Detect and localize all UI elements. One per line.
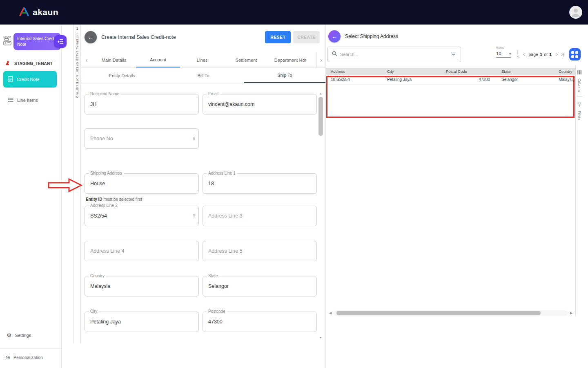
brand-logo[interactable]: akaun	[19, 7, 58, 18]
phone-no-field[interactable]: Phone No ⠿	[85, 128, 199, 149]
column-header-postal-code[interactable]: Postal Code	[441, 69, 497, 74]
modal-back-button[interactable]: ←	[328, 30, 341, 43]
sidebar-item-settings[interactable]: ⚙ Settings	[7, 332, 31, 339]
address-line-3-placeholder: Address Line 3	[208, 213, 242, 219]
address-line-5-field[interactable]: Address Line 5	[203, 241, 317, 261]
form-vertical-scrollbar[interactable]: ▲ ▼	[318, 92, 323, 339]
prev-page-button[interactable]: <	[523, 52, 525, 57]
shipping-address-field[interactable]: Shipping Address House	[85, 173, 199, 194]
next-page-button[interactable]: >	[555, 52, 557, 57]
subtab-entity-details[interactable]: Entity Details	[81, 68, 163, 83]
email-field[interactable]: Email vincent@akaun.com	[203, 94, 317, 114]
back-button[interactable]: ←	[85, 31, 97, 43]
sidebar-item-credit-note[interactable]: Credit Note	[3, 71, 57, 88]
columns-icon[interactable]	[577, 69, 581, 76]
address-line-4-field[interactable]: Address Line 4	[85, 241, 199, 261]
sidebar-item-personalization[interactable]: Personalization	[5, 354, 43, 361]
reset-button[interactable]: RESET	[265, 31, 291, 43]
address-line-5-placeholder: Address Line 5	[208, 248, 242, 254]
scroll-left-icon[interactable]: ◀	[327, 311, 333, 315]
strip-divider	[577, 96, 582, 97]
address-line-4-placeholder: Address Line 4	[90, 248, 124, 254]
table-side-toolbar: Columns Filters	[575, 65, 583, 316]
create-credit-note-panel: ← Create Internal Sales Credit-note RESE…	[81, 25, 325, 368]
postcode-field[interactable]: Postcode 47300	[203, 312, 317, 332]
brand-name: akaun	[33, 7, 58, 17]
gear-icon: ⚙	[7, 332, 12, 339]
search-input[interactable]: Search...	[327, 47, 461, 62]
tabs-scroll-left[interactable]: ‹	[81, 52, 92, 67]
dialpad-icon[interactable]: ⠿	[192, 137, 195, 141]
table-row[interactable]: 18 SS2/54 Petaling Jaya 47300 Selangor M…	[326, 75, 575, 85]
grid-icon	[571, 51, 574, 54]
cell-city: Petaling Jaya	[382, 77, 441, 82]
horizontal-scroll-track[interactable]	[333, 310, 568, 316]
horizontal-scroll-thumb[interactable]	[336, 311, 541, 315]
postcode-value: 47300	[208, 319, 223, 325]
cash-register-icon	[3, 40, 12, 47]
subtab-ship-to[interactable]: Ship To	[244, 68, 325, 83]
chevron-right-icon: ›	[320, 56, 322, 63]
tab-main-details[interactable]: Main Details	[92, 52, 136, 67]
first-page-button[interactable]: |<	[517, 50, 519, 59]
address-line-1-field[interactable]: Address Line 1 18	[203, 173, 317, 194]
modal-header: ← Select Shipping Address	[326, 25, 583, 43]
state-label: State	[207, 274, 219, 278]
rows-value: 10	[496, 51, 501, 56]
tab-account[interactable]: Account	[136, 52, 180, 67]
modal-controls: Search... Rows 10 ▾ |< < page 1 of	[326, 43, 583, 62]
city-field[interactable]: City Petaling Jaya	[85, 312, 199, 332]
recipient-name-field[interactable]: Recipient Name JH	[85, 94, 199, 114]
country-label: Country	[89, 274, 106, 278]
page-indicator: page 1 of 1	[528, 52, 552, 57]
menu-collapse-button[interactable]	[54, 35, 67, 48]
columns-label[interactable]: Columns	[577, 79, 581, 92]
table-horizontal-scrollbar[interactable]: ◀ ▶	[327, 310, 574, 316]
state-field[interactable]: State Selangor	[203, 276, 317, 296]
column-header-state[interactable]: State	[497, 69, 554, 74]
column-header-city[interactable]: City	[382, 69, 441, 74]
sidebar-divider	[0, 348, 62, 349]
tab-settlement[interactable]: Settlement	[224, 52, 268, 67]
grid-view-button[interactable]	[569, 48, 581, 61]
filters-label[interactable]: Filters	[577, 111, 581, 120]
dialpad-icon[interactable]: ⠿	[192, 214, 195, 218]
shipping-address-label: Shipping Address	[89, 171, 124, 175]
filter-list-icon[interactable]	[451, 52, 457, 57]
scroll-down-icon[interactable]: ▼	[318, 336, 323, 339]
cell-country: Malaysia	[554, 77, 575, 82]
person-icon	[569, 6, 582, 19]
tab-department-hdr[interactable]: Department Hdr	[268, 52, 312, 67]
last-page-button[interactable]: >|	[561, 52, 564, 57]
tabs-scroll-right[interactable]: ›	[316, 52, 325, 67]
shipping-address-value: House	[90, 181, 105, 186]
rows-per-page-select[interactable]: Rows 10 ▾	[496, 51, 512, 58]
table-header-row: Address City Postal Code State Country	[326, 68, 575, 75]
phone-no-placeholder: Phone No	[90, 136, 113, 141]
pagination: |< < page 1 of 1 > >|	[517, 50, 564, 59]
user-avatar[interactable]	[569, 6, 582, 19]
subtab-bill-to[interactable]: Bill To	[163, 68, 244, 83]
personalization-label: Personalization	[13, 355, 43, 360]
recipient-name-label: Recipient Name	[89, 92, 121, 96]
address-line-3-field[interactable]: Address Line 3	[203, 206, 317, 226]
scroll-up-icon[interactable]: ▲	[318, 92, 323, 95]
tab-lines[interactable]: Lines	[180, 52, 224, 67]
address-line-2-label: Address Line 2	[89, 203, 119, 208]
tenant-selector[interactable]: STAGING_TENANT	[5, 60, 53, 67]
cell-state: Selangor	[497, 77, 554, 82]
app-chip[interactable]: EVENT	[1, 36, 13, 48]
sidebar-item-line-items[interactable]: Line Items	[8, 97, 38, 103]
chevron-left-icon: ‹	[86, 56, 88, 63]
main-header: ← Create Internal Sales Credit-note RESE…	[81, 25, 325, 43]
address-line-2-field[interactable]: Address Line 2 SS2/54 ⠿	[85, 206, 199, 226]
back-arrow-icon: ←	[332, 33, 337, 40]
country-field[interactable]: Country Malaysia	[85, 276, 199, 296]
create-button[interactable]: CREATE	[293, 31, 320, 43]
vertical-scroll-thumb[interactable]	[318, 97, 323, 136]
column-header-address[interactable]: Address	[326, 69, 382, 74]
listing-strip-tab[interactable]: 1 INTERNAL SALES CREDIT NOTE LISTING	[74, 25, 81, 343]
filter-funnel-icon[interactable]	[577, 101, 581, 108]
scroll-right-icon[interactable]: ▶	[568, 311, 574, 315]
column-header-country[interactable]: Country	[554, 69, 575, 74]
